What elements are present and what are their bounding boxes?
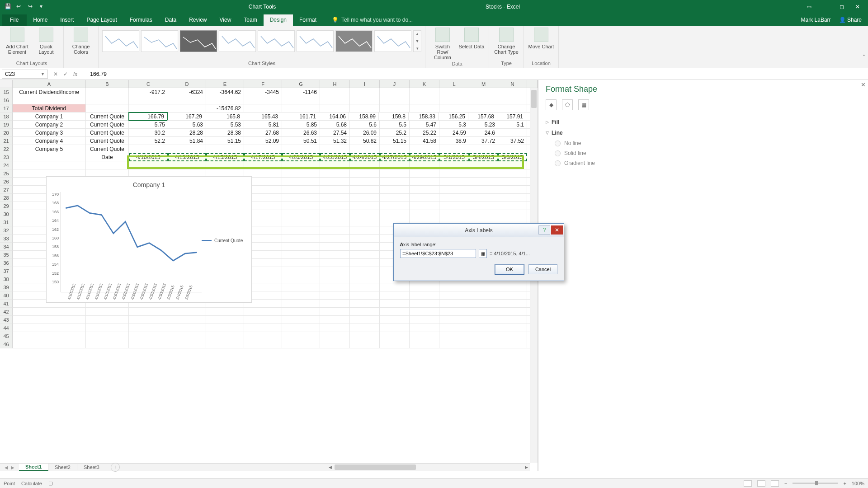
cell-E21[interactable]: 51.15 [206,137,244,145]
cell-L26[interactable] [439,178,469,186]
cell-C22[interactable] [129,145,168,153]
cell-I16[interactable] [350,96,380,104]
row-header-40[interactable]: 40 [0,291,13,300]
cell-N41[interactable] [498,300,527,308]
cell-N42[interactable] [498,308,527,316]
cell-D42[interactable] [168,308,206,316]
cell-E17[interactable]: -15476.82 [206,104,244,113]
cell-H27[interactable] [320,186,350,194]
style-thumb-3[interactable] [180,30,217,52]
sheet-tab-3[interactable]: Sheet3 [77,464,106,470]
cell-D17[interactable] [168,104,206,113]
tell-me-box[interactable]: 💡Tell me what you want to do... [323,17,801,26]
row-header-15[interactable]: 15 [0,88,13,96]
cell-K21[interactable]: 41.58 [410,137,439,145]
embedded-chart[interactable]: Company 1 170168166164162160158156154152… [46,176,252,303]
cell-C24[interactable] [129,161,168,169]
cell-H43[interactable] [320,316,350,324]
cell-K23[interactable]: 4/29/2015 [410,153,439,161]
cell-M17[interactable] [469,104,498,113]
cell-M27[interactable] [469,186,498,194]
cell-I30[interactable] [350,210,380,218]
cell-K40[interactable] [410,291,439,300]
cell-F24[interactable] [244,161,282,169]
style-thumb-5[interactable] [258,30,295,52]
cell-M21[interactable]: 37.72 [469,137,498,145]
cell-G46[interactable] [282,340,320,348]
cell-F18[interactable]: 165.43 [243,113,281,121]
cell-K24[interactable] [410,161,439,169]
cell-G43[interactable] [282,316,320,324]
hscroll-right-icon[interactable]: ▶ [523,465,530,469]
new-sheet-button[interactable]: + [111,463,120,472]
col-header-C[interactable]: C [129,80,168,88]
cell-M39[interactable] [469,283,498,291]
cell-L29[interactable] [439,202,469,210]
cell-M46[interactable] [469,340,498,348]
cell-I25[interactable] [350,169,380,178]
cell-F22[interactable] [244,145,282,153]
cell-G41[interactable] [282,300,320,308]
cell-B16[interactable] [86,96,129,104]
gradient-line-option[interactable]: Gradient line [555,158,861,168]
row-header-34[interactable]: 34 [0,243,13,251]
cell-N20[interactable] [498,129,527,137]
fx-icon[interactable]: fx [73,71,77,77]
col-header-H[interactable]: H [320,80,350,88]
cell-E18[interactable]: 165.8 [205,113,243,121]
cell-G38[interactable] [282,275,320,283]
undo-icon[interactable]: ↩ [16,3,24,10]
cell-L18[interactable]: 156.25 [439,113,468,121]
cell-B19[interactable]: Current Quote [86,121,129,129]
cell-G34[interactable] [282,243,320,251]
cell-A15[interactable]: Current Dividend/Income [13,88,86,96]
cell-J28[interactable] [380,194,410,202]
cell-E46[interactable] [206,340,244,348]
cell-A45[interactable] [13,332,86,340]
cell-H29[interactable] [320,202,350,210]
cell-A22[interactable]: Company 5 [13,145,86,153]
cell-M30[interactable] [469,210,498,218]
ribbon-display-icon[interactable]: ▭ [807,4,811,10]
cell-N19[interactable]: 5.1 [498,121,527,129]
tab-file[interactable]: File [2,14,27,26]
hscroll-left-icon[interactable]: ◀ [326,465,334,469]
col-header-K[interactable]: K [410,80,439,88]
cell-L45[interactable] [439,332,469,340]
style-thumb-2[interactable] [141,30,178,52]
cell-K26[interactable] [410,178,439,186]
col-header-G[interactable]: G [282,80,320,88]
cell-M19[interactable]: 5.23 [469,121,498,129]
cell-N22[interactable] [498,145,527,153]
cell-C46[interactable] [129,340,168,348]
cell-I40[interactable] [350,291,380,300]
cell-I43[interactable] [350,316,380,324]
cell-H35[interactable] [320,251,350,259]
cell-M45[interactable] [469,332,498,340]
cell-G25[interactable] [282,169,320,178]
tab-insert[interactable]: Insert [54,14,80,26]
cell-J39[interactable] [380,283,410,291]
cell-D43[interactable] [168,316,206,324]
col-header-M[interactable]: M [469,80,498,88]
cell-H42[interactable] [320,308,350,316]
cell-H38[interactable] [320,275,350,283]
select-data-button[interactable]: Select Data [458,28,485,60]
cell-K39[interactable] [410,283,439,291]
cell-D45[interactable] [168,332,206,340]
cell-F44[interactable] [244,324,282,332]
horizontal-scrollbar[interactable]: ◀ ▶ [326,463,530,471]
cell-N18[interactable]: 157.91 [497,113,526,121]
chart-line[interactable] [66,206,197,261]
sheet-tab-2[interactable]: Sheet2 [48,464,77,470]
col-header-L[interactable]: L [439,80,469,88]
col-header-A[interactable]: A [13,80,86,88]
cell-F46[interactable] [244,340,282,348]
cell-H25[interactable] [320,169,350,178]
maximize-icon[interactable]: ◻ [840,4,844,10]
cell-K29[interactable] [410,202,439,210]
normal-view-button[interactable] [744,480,752,487]
cell-H39[interactable] [320,283,350,291]
cell-I17[interactable] [350,104,380,113]
add-chart-element-button[interactable]: Add Chart Element [4,28,31,55]
